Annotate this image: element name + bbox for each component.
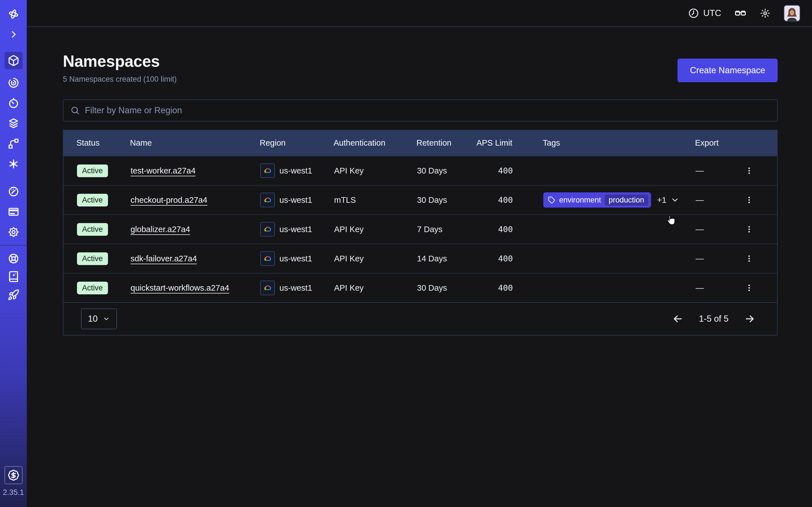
docs-book-icon[interactable]	[7, 270, 20, 283]
app-version: 2.35.1	[3, 488, 24, 497]
region-cell: us-west1	[247, 193, 320, 207]
topbar: UTC	[27, 0, 812, 27]
col-aps-limit: APS Limit	[467, 138, 529, 148]
pricing-badge-icon[interactable]	[4, 466, 22, 484]
retention-cell: 14 Days	[403, 254, 468, 263]
retention-cell: 7 Days	[403, 225, 468, 234]
region-label: us-west1	[280, 166, 312, 175]
lifebuoy-icon[interactable]	[7, 252, 20, 265]
gauge-icon[interactable]	[7, 185, 20, 198]
region-cell: us-west1	[247, 251, 320, 266]
auth-cell: API Key	[320, 254, 403, 263]
status-badge: Active	[77, 252, 108, 265]
tag-icon	[548, 196, 555, 204]
namespace-link[interactable]: globalizer.a27a4	[131, 225, 190, 234]
filter-input[interactable]	[85, 105, 770, 115]
workflow-branch-icon[interactable]	[7, 137, 20, 150]
namespaces-table: Status Name Region Authentication Retent…	[63, 130, 777, 335]
row-menu-button[interactable]	[743, 164, 755, 177]
prev-page-button[interactable]	[671, 312, 685, 326]
export-cell: —	[682, 223, 777, 236]
namespace-link[interactable]: test-worker.a27a4	[131, 166, 196, 175]
region-label: us-west1	[280, 225, 312, 234]
page-size-select[interactable]: 10	[81, 308, 117, 329]
sidebar-item-namespaces[interactable]	[4, 52, 22, 69]
timezone-label: UTC	[703, 8, 721, 18]
export-cell: —	[682, 252, 777, 265]
layers-icon[interactable]	[7, 117, 20, 129]
export-value: —	[696, 254, 704, 263]
row-menu-button[interactable]	[743, 193, 755, 207]
status-badge: Active	[77, 282, 108, 294]
aps-cell: 400	[468, 195, 530, 205]
search-icon	[70, 106, 80, 115]
user-avatar[interactable]	[784, 5, 800, 21]
tag-badge[interactable]: environment production	[543, 192, 651, 208]
region-label: us-west1	[280, 283, 312, 293]
export-cell: —	[682, 164, 777, 177]
table-footer: 10 1-5 of 5	[63, 302, 777, 335]
tag-value: production	[605, 194, 648, 206]
row-menu-button[interactable]	[743, 252, 755, 265]
col-region: Region	[246, 138, 320, 148]
tags-cell: environment production +1	[530, 192, 682, 208]
asterisk-icon[interactable]	[7, 158, 20, 170]
region-cell: us-west1	[247, 222, 320, 237]
pagination: 1-5 of 5	[671, 312, 757, 326]
gear-icon[interactable]	[7, 226, 20, 238]
temporal-logo-icon[interactable]	[7, 8, 20, 20]
table-row: Active test-worker.a27a4 us-west1 API Ke…	[63, 156, 777, 185]
pagination-range: 1-5 of 5	[699, 314, 728, 324]
namespace-link[interactable]: quickstart-workflows.a27a4	[131, 283, 229, 293]
region-cell: us-west1	[247, 281, 320, 295]
brightness-sun-icon[interactable]	[760, 8, 771, 19]
col-tags: Tags	[529, 138, 681, 148]
sidebar: 2.35.1	[0, 0, 27, 507]
clock-icon	[688, 8, 699, 19]
table-header: Status Name Region Authentication Retent…	[63, 130, 777, 156]
auth-cell: API Key	[320, 166, 403, 175]
col-authentication: Authentication	[320, 138, 403, 148]
main-content: Namespaces 5 Namespaces created (100 lim…	[27, 27, 812, 507]
table-row: Active sdk-failover.a27a4 us-west1 API K…	[63, 244, 777, 273]
retention-cell: 30 Days	[403, 195, 468, 205]
export-value: —	[696, 283, 704, 293]
cube-icon	[7, 54, 20, 67]
col-name: Name	[116, 138, 246, 148]
radar-icon[interactable]	[7, 76, 20, 89]
page-title: Namespaces	[63, 52, 177, 70]
auth-cell: mTLS	[320, 195, 403, 205]
tags-expand-chevron-icon[interactable]	[670, 195, 679, 205]
rocket-icon[interactable]	[7, 289, 20, 301]
row-menu-button[interactable]	[743, 223, 755, 236]
table-row: Active quickstart-workflows.a27a4 us-wes…	[63, 273, 777, 302]
tag-key: environment	[559, 196, 601, 205]
next-page-button[interactable]	[743, 312, 757, 326]
timezone-selector[interactable]: UTC	[688, 8, 721, 19]
glasses-icon[interactable]	[734, 7, 747, 19]
gcp-icon	[260, 193, 275, 207]
tags-more-count: +1	[657, 195, 666, 205]
status-badge: Active	[77, 165, 108, 177]
status-badge: Active	[77, 223, 108, 236]
namespace-link[interactable]: checkout-prod.a27a4	[131, 195, 207, 205]
create-namespace-button[interactable]: Create Namespace	[677, 59, 777, 82]
col-export: Export	[681, 138, 777, 148]
page-size-value: 10	[88, 314, 98, 324]
gcp-icon	[260, 222, 275, 237]
aps-cell: 400	[468, 166, 530, 175]
region-label: us-west1	[280, 254, 312, 263]
region-label: us-west1	[280, 195, 312, 205]
aps-cell: 400	[468, 254, 530, 263]
sidebar-divider	[0, 245, 27, 245]
timer-icon[interactable]	[7, 97, 20, 109]
chevron-down-icon	[103, 315, 110, 323]
gcp-icon	[260, 251, 275, 266]
namespace-link[interactable]: sdk-failover.a27a4	[131, 254, 197, 263]
auth-cell: API Key	[320, 283, 403, 293]
sidebar-expand-chevron-icon[interactable]	[7, 28, 20, 41]
page-subtitle: 5 Namespaces created (100 limit)	[63, 75, 177, 83]
billing-card-icon[interactable]	[7, 206, 20, 218]
export-cell: —	[682, 281, 777, 294]
row-menu-button[interactable]	[743, 281, 755, 294]
